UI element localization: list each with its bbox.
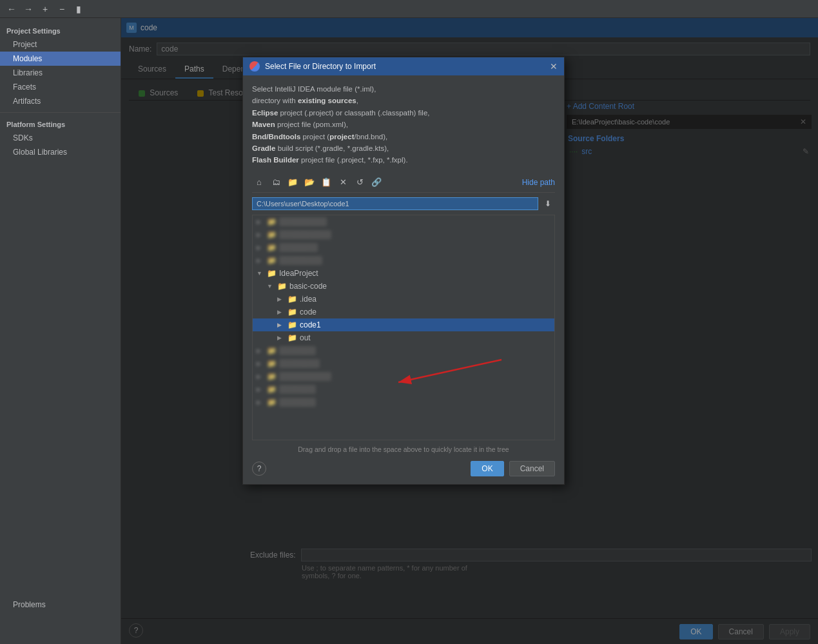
- modal-title-icon: [249, 61, 260, 72]
- folder-icon: 📁: [267, 256, 277, 265]
- sidebar-item-artifacts[interactable]: Artifacts: [0, 94, 121, 108]
- add-icon[interactable]: +: [39, 3, 52, 15]
- top-toolbar: ← → + − ▮: [0, 0, 818, 18]
- tree-item-blurred6: ▶ 📁 blurname66: [253, 357, 554, 370]
- tree-item-code1[interactable]: ▶ 📁 code1: [253, 318, 554, 331]
- modal-title: Select File or Directory to Import: [265, 62, 376, 71]
- folder-icon[interactable]: 📁: [286, 175, 300, 190]
- modal-toolbar: ⌂ 🗂 📁 📂 📋 ✕ ↺ 🔗 Hide path: [252, 173, 555, 193]
- link-icon[interactable]: 🔗: [369, 175, 384, 190]
- tree-item-basic-code[interactable]: ▼ 📁 basic-code: [253, 280, 554, 293]
- folder-up-icon[interactable]: 📂: [302, 175, 316, 190]
- back-icon[interactable]: ←: [5, 3, 18, 15]
- content-area: M code Name: Sources Paths Dependencies …: [121, 18, 818, 644]
- sidebar-section-platform: Platform Settings: [0, 117, 121, 131]
- modal-title-left: Select File or Directory to Import: [249, 61, 376, 72]
- tree-item-blurred2: ▶ 📁 blurredname22: [253, 228, 554, 241]
- modal-ok-button[interactable]: OK: [471, 461, 503, 476]
- modal-hint: Drag and drop a file into the space abov…: [252, 443, 555, 456]
- expand-arrow: ▶: [277, 296, 285, 302]
- tree-item-blurred9: ▶ 📁 blurname9: [253, 396, 554, 409]
- expand-arrow: ▶: [277, 322, 285, 328]
- folder-icon: 📁: [287, 320, 297, 329]
- sidebar: Project Settings Project Modules Librari…: [0, 18, 121, 644]
- tree-item-blurred7: ▶ 📁 military training: [253, 370, 554, 383]
- modal-instructions: Select IntelliJ IDEA module file (*.iml)…: [252, 83, 555, 166]
- tree-item-code[interactable]: ▶ 📁 code: [253, 306, 554, 318]
- sidebar-divider: [0, 112, 121, 113]
- modal-path-row: ⬇: [252, 197, 555, 211]
- arrow-icon: ▶: [257, 219, 264, 225]
- modal-path-input[interactable]: [252, 197, 538, 210]
- folder-icon: 📁: [267, 230, 277, 239]
- folder-icon: 📁: [267, 269, 277, 278]
- refresh-icon[interactable]: ↺: [353, 175, 367, 190]
- download-icon[interactable]: ⬇: [541, 197, 555, 211]
- tree-item-blurred5: ▶ 📁 blurname5: [253, 344, 554, 357]
- minus-icon[interactable]: −: [55, 3, 68, 15]
- tree-item-blurred3: ▶ 📁 blurreditem: [253, 241, 554, 254]
- tree-item-out[interactable]: ▶ 📁 out: [253, 331, 554, 344]
- modal-footer-buttons: OK Cancel: [471, 461, 555, 476]
- folder-icon: 📁: [287, 295, 297, 304]
- folder-new-icon[interactable]: 📋: [319, 175, 333, 190]
- expand-arrow: ▶: [277, 335, 285, 341]
- modal-file-tree[interactable]: ▶ 📁 blurredname1 ▶ 📁 blurredname22 ▶ 📁: [252, 215, 555, 440]
- folder-icon: 📁: [287, 307, 297, 317]
- expand-arrow: ▶: [277, 309, 285, 315]
- folder-icon: 📁: [277, 282, 287, 291]
- modal-title-bar: Select File or Directory to Import ✕: [243, 57, 564, 75]
- main-layout: Project Settings Project Modules Librari…: [0, 18, 818, 644]
- arrow-icon: ▶: [257, 231, 264, 238]
- home-icon[interactable]: ⌂: [252, 175, 266, 190]
- tree-item-ideaproject[interactable]: ▼ 📁 IdeaProject: [253, 267, 554, 280]
- folder-icon: 📁: [267, 217, 277, 226]
- arrow-icon: ▶: [257, 244, 264, 251]
- tree-item-blurred4: ▶ 📁 blurreditem2: [253, 254, 554, 267]
- sidebar-item-modules[interactable]: Modules: [0, 52, 121, 66]
- copy-icon[interactable]: ▮: [72, 3, 85, 15]
- tree-item-idea[interactable]: ▶ 📁 .idea: [253, 293, 554, 306]
- delete-icon[interactable]: ✕: [336, 175, 350, 190]
- sidebar-item-project[interactable]: Project: [0, 37, 121, 52]
- forward-icon[interactable]: →: [22, 3, 35, 15]
- folder-icon: 📁: [287, 333, 297, 342]
- sidebar-item-libraries[interactable]: Libraries: [0, 66, 121, 80]
- modal-help-button[interactable]: ?: [252, 462, 266, 476]
- modal-close-button[interactable]: ✕: [550, 62, 558, 71]
- modal-body: Select IntelliJ IDEA module file (*.iml)…: [243, 75, 564, 456]
- sidebar-item-problems[interactable]: Problems: [0, 598, 121, 612]
- modal-overlay: Select File or Directory to Import ✕ Sel…: [121, 18, 818, 644]
- sidebar-item-sdks[interactable]: SDKs: [0, 131, 121, 145]
- expand-arrow: ▼: [257, 270, 264, 277]
- folder-icon: 📁: [267, 243, 277, 252]
- modal-cancel-button[interactable]: Cancel: [509, 461, 555, 476]
- select-file-dialog: Select File or Directory to Import ✕ Sel…: [242, 57, 565, 485]
- hide-path-button[interactable]: Hide path: [522, 178, 555, 187]
- tree-item-blurred8: ▶ 📁 blurname8: [253, 383, 554, 396]
- sidebar-item-global-libraries[interactable]: Global Libraries: [0, 145, 121, 159]
- expand-arrow: ▼: [267, 283, 275, 289]
- sidebar-item-facets[interactable]: Facets: [0, 80, 121, 94]
- sidebar-section-project-settings: Project Settings: [0, 23, 121, 37]
- modal-footer: ? OK Cancel: [243, 456, 564, 484]
- tree-item-blurred1: ▶ 📁 blurredname1: [253, 215, 554, 228]
- arrow-icon: ▶: [257, 257, 264, 264]
- new-folder-icon[interactable]: 🗂: [269, 175, 283, 190]
